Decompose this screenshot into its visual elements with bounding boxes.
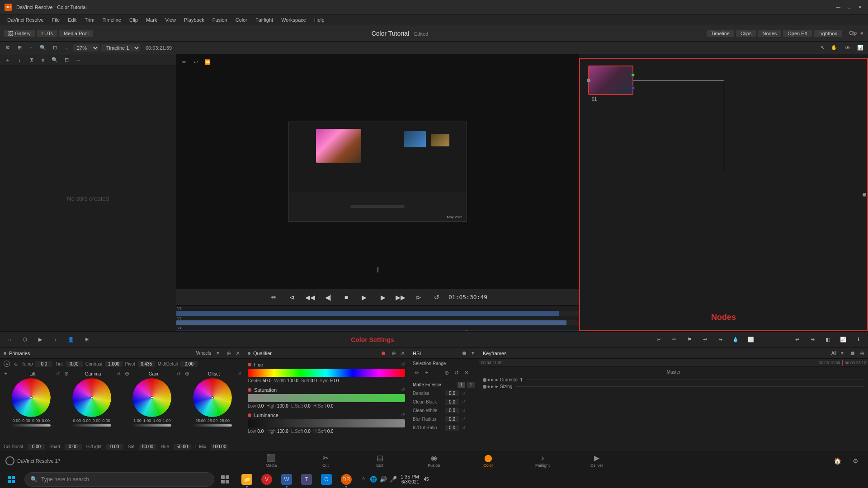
vt-search-icon[interactable]: 🔍	[38, 43, 48, 53]
tint-value[interactable]: 0.00	[66, 361, 83, 367]
offset-reset-icon[interactable]: ↺	[237, 371, 241, 376]
zoom-select[interactable]: 27% 50% 100%	[73, 44, 99, 52]
ct-play2-icon[interactable]: ▶	[34, 334, 46, 346]
ct-back-icon[interactable]: ↩	[791, 334, 803, 346]
open-fx-button[interactable]: Open FX	[783, 30, 812, 37]
ct-info-icon[interactable]: ℹ	[853, 334, 864, 346]
vt-hand-icon[interactable]: ✋	[829, 43, 839, 53]
sat-value[interactable]: 50.00	[139, 444, 156, 450]
close-button[interactable]: ✕	[856, 4, 863, 11]
gamma-adjust-icon[interactable]: ⊕	[63, 371, 70, 377]
fast-fwd-icon[interactable]: ▶▶	[394, 291, 407, 304]
menu-clip[interactable]: Clip	[126, 16, 142, 23]
clips-button[interactable]: Clips	[736, 30, 756, 37]
vt-grid-icon[interactable]: ⊞	[14, 43, 24, 53]
inout-ratio-value[interactable]: 0.0	[445, 425, 459, 431]
gamma-bar[interactable]	[72, 424, 111, 427]
mf-tab-1[interactable]: 1	[458, 382, 466, 388]
timeline-button[interactable]: Timeline	[707, 30, 734, 37]
nav-edit[interactable]: ▤ Edit	[353, 451, 407, 470]
lmix-value[interactable]: 100.00	[211, 444, 228, 450]
keyframes-all-chevron[interactable]: ▼	[840, 351, 844, 356]
col-boost-value[interactable]: 0.00	[28, 444, 45, 450]
nav-color[interactable]: ⬤ Color	[461, 451, 515, 470]
qualifier-expand-icon[interactable]: ⊕	[392, 350, 396, 357]
menu-fairlight[interactable]: Fairlight	[252, 16, 277, 23]
hsl-tool-2[interactable]: +	[423, 369, 431, 377]
menu-edit[interactable]: Edit	[64, 16, 80, 23]
task-view-button[interactable]	[216, 470, 234, 488]
lum-reset-icon[interactable]: ↺	[401, 412, 405, 418]
pen-tool-icon[interactable]: ✏	[268, 291, 280, 304]
hsl-tool-4[interactable]: ⊕	[443, 369, 451, 377]
nodes-button[interactable]: Nodes	[758, 30, 781, 37]
taskbar-teams-icon[interactable]: T	[297, 470, 316, 488]
lift-reset-icon[interactable]: ↺	[56, 371, 60, 376]
kf-corrector-chevron[interactable]: ▶	[495, 378, 498, 382]
vt-crop-icon[interactable]: ⊡	[50, 43, 60, 53]
tray-notifications-icon[interactable]: 45	[422, 475, 431, 484]
pivot-value[interactable]: 0.435	[138, 361, 155, 367]
viewer-arrow2-icon[interactable]: ↩	[191, 57, 201, 67]
step-back-icon[interactable]: ◀|	[322, 291, 335, 304]
hue-value[interactable]: 50.00	[174, 444, 191, 450]
media-pool-button[interactable]: Media Pool	[59, 30, 93, 37]
contrast-value[interactable]: 1.000	[105, 361, 123, 367]
nav-home-icon[interactable]: 🏠	[830, 454, 844, 468]
prev-clip-icon[interactable]: ⊲	[286, 291, 298, 304]
mf-tab-2[interactable]: 2	[467, 382, 475, 388]
nav-deliver[interactable]: ▶ Deliver	[570, 451, 624, 470]
kf-sizing-chevron[interactable]: ▶	[495, 385, 498, 389]
sat-gradient-bar[interactable]	[248, 394, 405, 402]
gallery-button[interactable]: 🖼 Gallery	[4, 30, 35, 37]
ct-graph-icon[interactable]: 📈	[837, 334, 849, 346]
clean-black-value[interactable]: 0.0	[445, 399, 459, 405]
primaries-expand-icon[interactable]: ⊕	[226, 350, 231, 357]
ct-pen-icon[interactable]: ✏	[668, 334, 680, 346]
mid-detail-value[interactable]: 0.00	[180, 361, 198, 367]
gain-reset-icon[interactable]: ↺	[177, 371, 180, 376]
lift-bar[interactable]	[12, 424, 51, 427]
ct-select-icon[interactable]: ○	[4, 334, 15, 346]
vt-scope-icon[interactable]: 📊	[855, 43, 865, 53]
shad-value[interactable]: 0.00	[65, 444, 82, 450]
ct-drop-icon[interactable]: 💧	[730, 334, 741, 346]
gamma-color-wheel[interactable]	[72, 378, 111, 417]
lightbox-button[interactable]: Lightbox	[814, 30, 842, 37]
gain-bar[interactable]	[132, 424, 171, 427]
denoise-value[interactable]: 0.0	[445, 390, 459, 396]
track-v1-clip[interactable]	[176, 330, 579, 331]
sat-reset-icon[interactable]: ↺	[401, 387, 405, 393]
tray-mic-icon[interactable]: 🎤	[389, 475, 398, 484]
gallery-split-icon[interactable]: ⊟	[61, 55, 71, 65]
offset-color-wheel[interactable]	[193, 378, 232, 417]
vt-eye-icon[interactable]: 👁	[843, 43, 853, 53]
clip-dropdown-icon[interactable]: ▼	[859, 31, 864, 36]
lift-add-icon[interactable]: +	[3, 371, 9, 377]
temp-value[interactable]: 0.0	[35, 361, 52, 367]
taskbar-search-box[interactable]: 🔍 Type here to search	[24, 472, 214, 487]
menu-help[interactable]: Help	[311, 16, 328, 23]
menu-mark[interactable]: Mark	[142, 16, 160, 23]
track-v3-clip[interactable]	[176, 311, 559, 316]
nav-cut[interactable]: ✂ Cut	[298, 451, 353, 470]
ct-person-icon[interactable]: 👤	[65, 334, 77, 346]
menu-color[interactable]: Color	[232, 16, 251, 23]
inout-ratio-reset-icon[interactable]: ↺	[462, 425, 466, 430]
loop-icon[interactable]: ↺	[430, 291, 443, 304]
gain-adjust-icon[interactable]: ⊕	[124, 371, 130, 377]
menu-trim[interactable]: Trim	[81, 16, 98, 23]
menu-playback[interactable]: Playback	[180, 16, 208, 23]
vt-more-icon[interactable]: ···	[61, 43, 71, 53]
gallery-arrow-icon[interactable]: ↓	[14, 55, 24, 65]
rewind-icon[interactable]: ◀◀	[304, 291, 316, 304]
ct-node-icon[interactable]: ⬡	[19, 334, 31, 346]
start-button[interactable]	[0, 470, 23, 488]
menu-workspace[interactable]: Workspace	[278, 16, 310, 23]
node-01-box[interactable]	[588, 66, 633, 95]
hilight-value[interactable]: 0.00	[106, 444, 123, 450]
menu-timeline[interactable]: Timeline	[99, 16, 125, 23]
viewer-pencil-icon[interactable]: ✏	[179, 57, 189, 67]
minimize-button[interactable]: —	[835, 4, 842, 11]
vt-cursor-icon[interactable]: ↖	[817, 43, 827, 53]
